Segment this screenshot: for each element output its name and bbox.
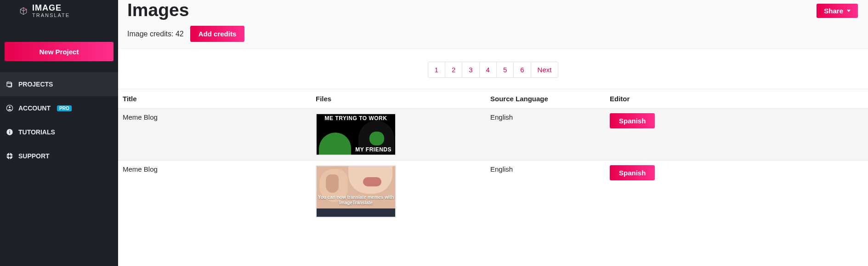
page-title: Images bbox=[127, 0, 859, 20]
cube-logo-icon bbox=[19, 7, 28, 15]
share-button[interactable]: Share bbox=[817, 4, 858, 18]
add-credits-button[interactable]: Add credits bbox=[190, 26, 245, 42]
pagination: 1 2 3 4 5 6 Next bbox=[118, 49, 868, 89]
cell-source-language: English bbox=[486, 109, 605, 161]
meme-text-top: ME TRYING TO WORK bbox=[317, 115, 395, 121]
sidebar-item-account[interactable]: ACCOUNT PRO bbox=[0, 96, 118, 120]
info-icon bbox=[6, 128, 14, 136]
cell-source-language: English bbox=[486, 161, 605, 223]
file-thumbnail[interactable]: You can now translate memes with ImageTr… bbox=[316, 165, 396, 218]
sidebar-item-label: TUTORIALS bbox=[18, 128, 55, 136]
logo-word-1: IMAGE bbox=[32, 4, 70, 12]
meme-text: You can now translate memes with ImageTr… bbox=[317, 195, 395, 206]
cell-title: Meme Blog bbox=[118, 161, 311, 223]
user-icon bbox=[6, 104, 14, 112]
page-4[interactable]: 4 bbox=[479, 62, 497, 78]
sidebar-item-label: PROJECTS bbox=[18, 81, 53, 88]
cell-editor: Spanish bbox=[605, 109, 868, 161]
chevron-down-icon bbox=[847, 10, 851, 12]
share-label: Share bbox=[824, 7, 843, 15]
svg-point-0 bbox=[24, 8, 26, 10]
pro-badge: PRO bbox=[57, 105, 72, 111]
cell-files: ME TRYING TO WORK MY FRIENDS bbox=[311, 109, 486, 161]
cell-editor: Spanish bbox=[605, 161, 868, 223]
page-3[interactable]: 3 bbox=[462, 62, 479, 78]
svg-rect-6 bbox=[9, 130, 10, 131]
page-1[interactable]: 1 bbox=[428, 62, 445, 78]
projects-icon bbox=[6, 80, 14, 88]
cell-title: Meme Blog bbox=[118, 109, 311, 161]
file-thumbnail[interactable]: ME TRYING TO WORK MY FRIENDS bbox=[316, 113, 396, 156]
col-title: Title bbox=[118, 89, 311, 109]
new-project-button[interactable]: New Project bbox=[5, 42, 113, 61]
page-6[interactable]: 6 bbox=[513, 62, 531, 78]
editor-language-button[interactable]: Spanish bbox=[610, 113, 655, 128]
col-editor: Editor bbox=[605, 89, 868, 109]
sidebar-nav: PROJECTS ACCOUNT PRO TUTORIALS SUPPORT bbox=[0, 72, 118, 168]
col-files: Files bbox=[311, 89, 486, 109]
page-2[interactable]: 2 bbox=[445, 62, 462, 78]
meme-text-bottom: MY FRIENDS bbox=[355, 146, 391, 153]
sidebar-item-tutorials[interactable]: TUTORIALS bbox=[0, 120, 118, 144]
table-header-row: Title Files Source Language Editor bbox=[118, 89, 868, 109]
page-next[interactable]: Next bbox=[531, 62, 559, 78]
svg-rect-5 bbox=[9, 132, 10, 134]
credits-text: Image credits: 42 bbox=[127, 30, 184, 38]
logo[interactable]: IMAGE TRANSLATE bbox=[0, 4, 118, 26]
table-row[interactable]: Meme Blog ME TRYING TO WORK MY FRIENDS E… bbox=[118, 109, 868, 161]
logo-word-2: TRANSLATE bbox=[32, 13, 70, 18]
table-row[interactable]: Meme Blog You can now translate memes wi… bbox=[118, 161, 868, 223]
sidebar-item-support[interactable]: SUPPORT bbox=[0, 144, 118, 168]
support-icon bbox=[6, 152, 14, 160]
svg-point-8 bbox=[8, 155, 11, 157]
col-source-language: Source Language bbox=[486, 89, 605, 109]
svg-point-3 bbox=[9, 106, 11, 108]
sidebar-item-label: ACCOUNT bbox=[18, 104, 51, 112]
page-5[interactable]: 5 bbox=[496, 62, 514, 78]
projects-table: Title Files Source Language Editor Meme … bbox=[118, 89, 868, 222]
main-content: Share Images Image credits: 42 Add credi… bbox=[118, 0, 868, 266]
sidebar-item-label: SUPPORT bbox=[18, 152, 50, 160]
sidebar: IMAGE TRANSLATE New Project PROJECTS ACC… bbox=[0, 0, 118, 266]
cell-files: You can now translate memes with ImageTr… bbox=[311, 161, 486, 223]
sidebar-item-projects[interactable]: PROJECTS bbox=[0, 72, 118, 96]
editor-language-button[interactable]: Spanish bbox=[610, 165, 655, 180]
page-header: Images Image credits: 42 Add credits bbox=[118, 0, 868, 49]
svg-rect-1 bbox=[7, 82, 11, 86]
